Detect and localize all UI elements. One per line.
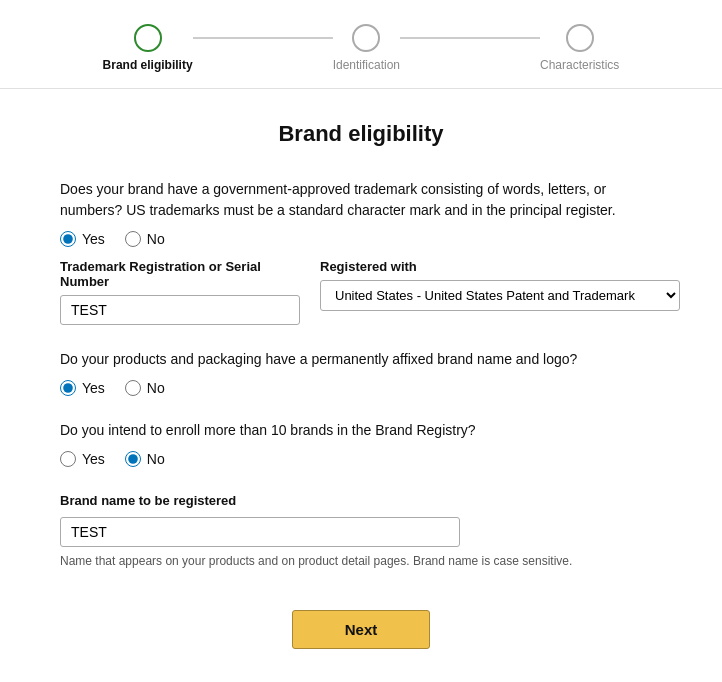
step-brand-eligibility: Brand eligibility (103, 24, 193, 72)
q3-radio-group: Yes No (60, 451, 662, 467)
q1-no-text: No (147, 231, 165, 247)
registration-label: Trademark Registration or Serial Number (60, 259, 300, 289)
q2-no-text: No (147, 380, 165, 396)
q1-radio-group: Yes No (60, 231, 662, 247)
q2-yes-text: Yes (82, 380, 105, 396)
q3-yes-radio[interactable] (60, 451, 76, 467)
step-connector-2 (400, 37, 540, 39)
registration-field-group: Trademark Registration or Serial Number (60, 259, 300, 325)
brand-name-section: Brand name to be registered Name that ap… (60, 491, 662, 570)
step-label-brand-eligibility: Brand eligibility (103, 58, 193, 72)
stepper: Brand eligibility Identification Charact… (0, 0, 722, 89)
step-circle-characteristics (566, 24, 594, 52)
registered-with-field-group: Registered with United States - United S… (320, 259, 680, 311)
q1-yes-label[interactable]: Yes (60, 231, 105, 247)
step-circle-identification (352, 24, 380, 52)
step-circle-brand-eligibility (134, 24, 162, 52)
main-content: Brand eligibility Does your brand have a… (0, 89, 722, 682)
q3-text: Do you intend to enroll more than 10 bra… (60, 420, 662, 441)
q2-yes-radio[interactable] (60, 380, 76, 396)
brand-name-label: Brand name to be registered (60, 493, 236, 508)
brand-name-helper: Name that appears on your products and o… (60, 553, 662, 570)
step-identification: Identification (333, 24, 400, 72)
q1-yes-radio[interactable] (60, 231, 76, 247)
step-label-characteristics: Characteristics (540, 58, 619, 72)
q2-yes-label[interactable]: Yes (60, 380, 105, 396)
q2-text: Do your products and packaging have a pe… (60, 349, 662, 370)
q1-text: Does your brand have a government-approv… (60, 179, 662, 221)
step-characteristics: Characteristics (540, 24, 619, 72)
q2-radio-group: Yes No (60, 380, 662, 396)
q1-yes-text: Yes (82, 231, 105, 247)
next-button[interactable]: Next (292, 610, 431, 649)
q2-no-label[interactable]: No (125, 380, 165, 396)
q3-section: Do you intend to enroll more than 10 bra… (60, 420, 662, 467)
q2-no-radio[interactable] (125, 380, 141, 396)
trademark-fields: Trademark Registration or Serial Number … (60, 259, 662, 325)
q1-no-label[interactable]: No (125, 231, 165, 247)
brand-name-input[interactable] (60, 517, 460, 547)
q1-section: Does your brand have a government-approv… (60, 179, 662, 325)
q1-no-radio[interactable] (125, 231, 141, 247)
registered-with-label: Registered with (320, 259, 680, 274)
page-title: Brand eligibility (60, 121, 662, 147)
registered-with-select[interactable]: United States - United States Patent and… (320, 280, 680, 311)
q3-yes-text: Yes (82, 451, 105, 467)
q2-section: Do your products and packaging have a pe… (60, 349, 662, 396)
button-row: Next (60, 610, 662, 649)
step-connector-1 (193, 37, 333, 39)
registration-input[interactable] (60, 295, 300, 325)
q3-yes-label[interactable]: Yes (60, 451, 105, 467)
q3-no-radio[interactable] (125, 451, 141, 467)
q3-no-text: No (147, 451, 165, 467)
step-label-identification: Identification (333, 58, 400, 72)
q3-no-label[interactable]: No (125, 451, 165, 467)
